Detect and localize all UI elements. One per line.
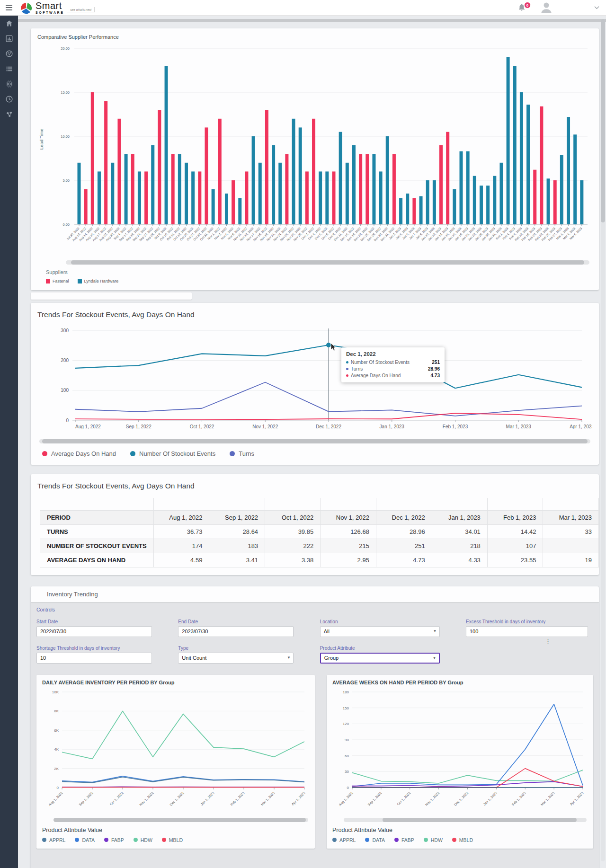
field-label: End Date <box>178 619 294 624</box>
table-cell: 218 <box>432 539 487 553</box>
legend-item-lyndale-hardware[interactable]: Lyndale Hardware <box>78 279 119 283</box>
svg-text:Jan 1, 2023: Jan 1, 2023 <box>199 791 215 806</box>
table-cell: 4.33 <box>432 553 487 567</box>
table-cell: Nov 1, 2022 <box>321 510 376 524</box>
attribute-legend-item-mbld[interactable]: MBLD <box>452 837 473 843</box>
supplier-performance-card: Comparative Supplier Performance 20.0015… <box>31 28 599 290</box>
attribute-legend-item-apprl[interactable]: APPRL <box>42 837 65 843</box>
table-cell: 126.68 <box>321 524 376 539</box>
legend-item-fastenal[interactable]: Fastenal <box>46 279 69 283</box>
attribute-legend-item-mbld[interactable]: MBLD <box>162 837 183 843</box>
legend-label: Number Of Stockout Events <box>139 450 215 457</box>
sidebar-item-dashboard-wheel[interactable] <box>0 46 18 61</box>
horizontal-scrollbar-top[interactable] <box>18 19 606 22</box>
svg-text:Apr 1, 2023: Apr 1, 2023 <box>569 791 585 806</box>
sidebar-item-home[interactable] <box>0 16 18 31</box>
sidebar-item-list[interactable] <box>0 62 18 76</box>
table-cell: 107 <box>487 539 543 553</box>
sidebar-item-settings-gear[interactable] <box>0 77 18 91</box>
nodes-share-icon <box>5 110 14 119</box>
svg-text:Jan 1, 2023: Jan 1, 2023 <box>380 424 405 429</box>
logo-title: Smart <box>36 1 64 10</box>
attribute-legend-item-hdw[interactable]: HDW <box>134 837 152 843</box>
table-cell: 222 <box>265 539 321 553</box>
select-type[interactable]: Unit Count▾ <box>178 653 294 664</box>
daily-inventory-chart[interactable]: 10K8K6K4K2K0Aug 1, 2022Sep 1, 2022Oct 1,… <box>42 685 310 818</box>
supplier-bar-chart[interactable]: 20.0015.0010.005.000.00Lead TimeJul 30, … <box>37 40 592 260</box>
field-value: Unit Count <box>182 655 206 661</box>
attribute-legend-item-data[interactable]: DATA <box>75 837 94 843</box>
tooltip-series-value: 251 <box>432 360 440 365</box>
sidebar-item-nodes-share[interactable] <box>0 107 18 122</box>
input-excess-threshold-in-days-of-inventory[interactable]: 100 <box>466 626 588 637</box>
table-blank-cell <box>487 498 543 510</box>
supplier-chart-scrollbar[interactable] <box>66 260 589 265</box>
daily-inventory-panel: DAILY AVERAGE INVENTORY PER PERIOD BY Gr… <box>36 675 315 849</box>
svg-text:120: 120 <box>343 722 349 726</box>
user-avatar[interactable] <box>539 0 553 15</box>
notifications-button[interactable]: 0 <box>517 3 527 12</box>
trends-legend-item-turns[interactable]: Turns <box>230 450 254 457</box>
tooltip-series-dot <box>346 361 348 363</box>
trends-legend-item-average-days-on-hand[interactable]: Average Days On Hand <box>42 450 116 457</box>
trends-line-chart[interactable]: 0100200300Aug 1, 2022Sep 1, 2022Oct 1, 2… <box>37 323 592 438</box>
table-blank-cell <box>40 498 153 510</box>
legend-swatch <box>78 279 82 283</box>
sidebar-item-history-clock[interactable] <box>0 92 18 106</box>
tooltip-series-label: Turns <box>351 366 428 372</box>
hamburger-menu-icon[interactable] <box>0 5 18 10</box>
legend-dot <box>42 838 46 842</box>
legend-label: FABP <box>111 837 124 843</box>
legend-dot <box>365 838 369 842</box>
table-cell: 4.73 <box>376 553 432 567</box>
table-cell: 33 <box>543 524 599 539</box>
attribute-legend-item-hdw[interactable]: HDW <box>424 837 443 843</box>
table-blank-cell <box>265 498 321 510</box>
svg-text:Apr 1, 2023: Apr 1, 2023 <box>291 791 306 806</box>
daily-chart-scrollbar[interactable] <box>53 818 308 822</box>
legend-dot <box>424 838 428 842</box>
legend-dot <box>162 838 166 842</box>
svg-text:Oct 1, 2022: Oct 1, 2022 <box>396 791 412 806</box>
svg-text:Feb 1, 2023: Feb 1, 2023 <box>230 791 245 806</box>
attribute-legend-item-data[interactable]: DATA <box>365 837 384 843</box>
table-cell: Sep 1, 2022 <box>209 510 265 524</box>
input-shortage-threshold-in-days-of-inventory[interactable]: 10 <box>36 653 152 664</box>
field-product-attribute: Product AttributeGroup▾ <box>320 646 440 664</box>
table-blank-cell <box>543 498 599 510</box>
select-product-attribute[interactable]: Group▾ <box>320 653 440 664</box>
legend-label: Turns <box>239 450 254 457</box>
vertical-scrollbar[interactable] <box>601 19 605 861</box>
sidebar-item-bar-chart[interactable] <box>0 31 18 46</box>
attribute-legend-item-apprl[interactable]: APPRL <box>332 837 356 843</box>
legend-label: APPRL <box>49 837 65 843</box>
daily-chart-title: DAILY AVERAGE INVENTORY PER PERIOD BY Gr… <box>42 680 310 685</box>
controls-menu-icon[interactable]: ⋮ <box>545 638 551 645</box>
legend-dot <box>104 838 108 842</box>
legend-swatch <box>46 279 50 283</box>
svg-text:Sep 1, 2022: Sep 1, 2022 <box>78 791 94 807</box>
field-value: 2023/07/30 <box>182 629 208 634</box>
table-cell: 39.85 <box>265 524 321 539</box>
trends-chart-scrollbar[interactable] <box>39 439 590 443</box>
table-cell: 215 <box>321 539 376 553</box>
svg-text:Dec 1, 2022: Dec 1, 2022 <box>169 791 185 807</box>
table-cell: Feb 1, 2023 <box>487 510 543 524</box>
chevron-down-icon[interactable] <box>594 6 599 9</box>
select-location[interactable]: All▾ <box>320 626 440 637</box>
trends-legend-item-number-of-stockout-events[interactable]: Number Of Stockout Events <box>130 450 215 457</box>
logo-subtitle: SOFTWARE <box>36 11 64 14</box>
input-end-date[interactable]: 2023/07/30 <box>178 626 294 637</box>
table-blank-cell <box>432 498 487 510</box>
table-cell: 14.42 <box>487 524 543 539</box>
field-location: LocationAll▾ <box>320 619 440 637</box>
attribute-legend-item-fabp[interactable]: FABP <box>394 837 414 843</box>
table-row-period: PERIOD <box>40 510 153 524</box>
svg-text:10.00: 10.00 <box>61 134 70 139</box>
legend-label: MBLD <box>169 837 183 843</box>
attribute-legend-item-fabp[interactable]: FABP <box>104 837 124 843</box>
inventory-trending-title: Inventory Trending <box>47 591 98 598</box>
input-start-date[interactable]: 2022/07/30 <box>36 626 152 637</box>
weeks-on-hand-chart[interactable]: 1801501209060300Aug 1, 2022Sep 1, 2022Oc… <box>332 685 588 818</box>
weeks-chart-scrollbar[interactable] <box>344 818 587 822</box>
